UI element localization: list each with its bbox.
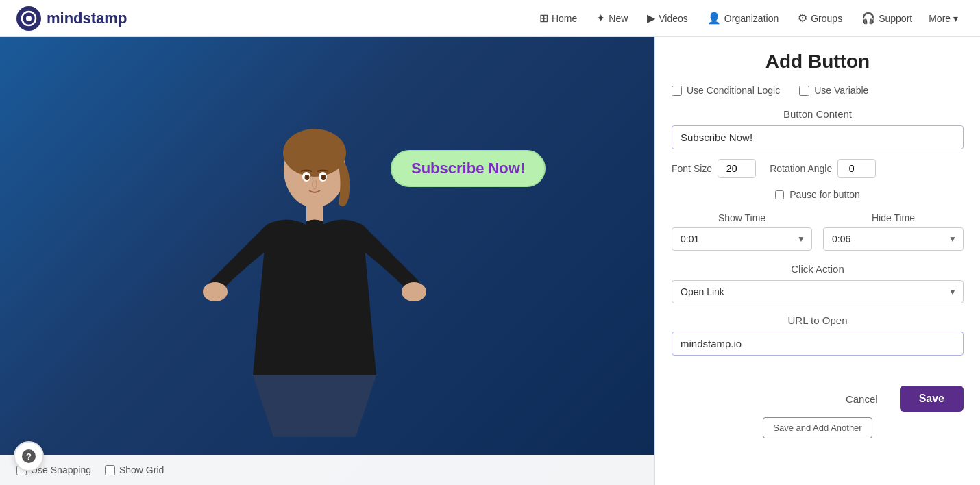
pause-label: Pause for button (789, 189, 860, 200)
svg-point-7 (402, 282, 426, 301)
url-input[interactable] (672, 332, 964, 356)
nav-new[interactable]: ✦ New (588, 8, 636, 29)
main-container: Subscribe Now! Use Snapping Show Grid Ad… (0, 37, 980, 485)
svg-point-10 (304, 175, 309, 180)
subscribe-overlay-text: Subscribe Now! (411, 160, 525, 177)
nav-videos-label: Videos (659, 13, 688, 24)
url-label: URL to Open (672, 314, 964, 326)
button-content-label: Button Content (672, 108, 964, 120)
click-action-label: Click Action (672, 263, 964, 275)
logo-icon (16, 6, 41, 31)
show-time-group: Show Time 0:01 0:02 0:03 0:05 ▼ (672, 212, 812, 251)
save-add-button[interactable]: Save and Add Another (763, 417, 872, 438)
use-conditional-label: Use Conditional Logic (687, 85, 780, 96)
hide-time-select[interactable]: 0:06 0:08 0:10 (823, 227, 964, 251)
cancel-button[interactable]: Cancel (835, 388, 889, 410)
rotation-angle-group: Rotation Angle (770, 159, 876, 178)
font-size-group: Font Size (672, 159, 756, 178)
logo-text: mindstamp (47, 10, 127, 27)
options-row: Use Conditional Logic Use Variable (672, 85, 964, 96)
nav-home[interactable]: ⊞ Home (531, 8, 585, 29)
action-row: Cancel Save (672, 379, 964, 412)
time-row: Show Time 0:01 0:02 0:03 0:05 ▼ Hide Tim… (672, 212, 964, 251)
use-variable-option[interactable]: Use Variable (799, 85, 868, 96)
nav-new-label: New (609, 13, 628, 24)
rotation-angle-input[interactable] (837, 159, 876, 178)
svg-point-11 (321, 175, 326, 180)
hide-time-select-wrap: 0:06 0:08 0:10 ▼ (823, 227, 964, 251)
font-rotation-row: Font Size Rotation Angle (672, 159, 964, 178)
use-conditional-option[interactable]: Use Conditional Logic (672, 85, 780, 96)
rotation-angle-label: Rotation Angle (770, 163, 832, 174)
font-size-label: Font Size (672, 163, 712, 174)
groups-icon: ⚙ (798, 12, 807, 25)
home-icon: ⊞ (539, 12, 548, 25)
floating-help-icon[interactable]: ? (14, 441, 44, 471)
video-area: Subscribe Now! Use Snapping Show Grid (0, 37, 654, 485)
click-action-select-wrap: Open Link Go to Time Open Modal ▼ (672, 280, 964, 303)
nav-groups[interactable]: ⚙ Groups (789, 8, 850, 29)
subscribe-button-overlay[interactable]: Subscribe Now! (391, 150, 546, 187)
use-conditional-checkbox[interactable] (672, 86, 682, 96)
pause-checkbox[interactable] (775, 190, 784, 199)
pause-row: Pause for button (672, 189, 964, 200)
nav-support[interactable]: 🎧 Support (853, 8, 920, 29)
hide-time-label: Hide Time (823, 212, 964, 223)
logo[interactable]: mindstamp (16, 6, 127, 31)
svg-point-6 (203, 282, 228, 301)
click-action-select[interactable]: Open Link Go to Time Open Modal (672, 280, 964, 303)
nav-organization-label: Organization (724, 13, 779, 24)
video-background: Subscribe Now! (0, 37, 654, 485)
show-time-select-wrap: 0:01 0:02 0:03 0:05 ▼ (672, 227, 812, 251)
svg-point-2 (26, 16, 32, 21)
nav-videos[interactable]: ▶ Videos (639, 8, 696, 29)
use-variable-checkbox[interactable] (799, 86, 809, 96)
nav-support-label: Support (879, 13, 912, 24)
nav-groups-label: Groups (811, 13, 842, 24)
show-time-label: Show Time (672, 212, 812, 223)
svg-text:?: ? (26, 451, 32, 462)
show-grid-text: Show Grid (119, 464, 164, 475)
nav-organization[interactable]: 👤 Organization (699, 8, 787, 29)
show-grid-label[interactable]: Show Grid (105, 464, 164, 475)
video-controls: Use Snapping Show Grid (0, 455, 654, 485)
hide-time-group: Hide Time 0:06 0:08 0:10 ▼ (823, 212, 964, 251)
navbar: mindstamp ⊞ Home ✦ New ▶ Videos 👤 Organi… (0, 0, 980, 37)
nav-home-label: Home (552, 13, 577, 24)
add-button-panel: Add Button Use Conditional Logic Use Var… (654, 37, 980, 485)
organization-icon: 👤 (707, 12, 721, 25)
button-content-input[interactable] (672, 125, 964, 149)
videos-icon: ▶ (647, 12, 655, 25)
panel-title: Add Button (672, 51, 964, 73)
font-size-input[interactable] (718, 159, 756, 178)
show-time-select[interactable]: 0:01 0:02 0:03 0:05 (672, 227, 812, 251)
save-button[interactable]: Save (900, 386, 964, 412)
new-icon: ✦ (596, 12, 605, 25)
help-icon-svg: ? (21, 449, 36, 464)
nav-more[interactable]: More ▾ (923, 9, 964, 28)
nav-items: ⊞ Home ✦ New ▶ Videos 👤 Organization ⚙ G… (531, 8, 964, 29)
show-grid-checkbox[interactable] (105, 465, 115, 475)
support-icon: 🎧 (861, 12, 875, 25)
use-variable-label: Use Variable (814, 85, 868, 96)
